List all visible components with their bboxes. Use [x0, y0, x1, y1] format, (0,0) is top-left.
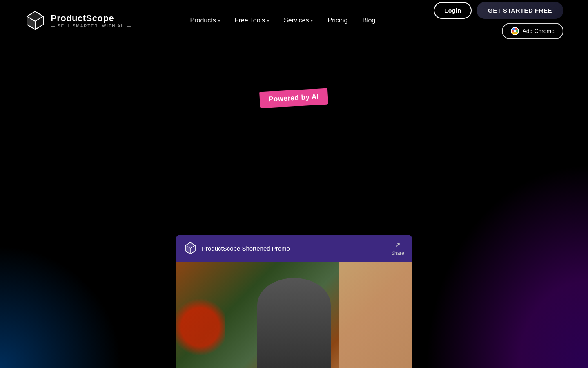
nav-pricing-label: Pricing [327, 17, 347, 24]
video-share-label: Share [391, 250, 404, 256]
nav-item-pricing[interactable]: Pricing [327, 17, 347, 24]
logo[interactable]: ProductScope — SELL SMARTER. WITH AI. — [24, 10, 132, 31]
logo-sub-text: — SELL SMARTER. WITH AI. — [51, 24, 132, 28]
login-button[interactable]: Login [434, 2, 472, 19]
get-started-button[interactable]: GET STARTED FREE [477, 2, 564, 19]
video-person [257, 278, 331, 368]
svg-point-9 [514, 30, 516, 32]
main-content: Powered by AI [0, 41, 588, 123]
nav-services-label: Services [284, 17, 309, 24]
video-thumbnail-background [176, 262, 412, 368]
nav-item-services[interactable]: Services ▾ [284, 17, 313, 24]
nav-actions: Login GET STARTED FREE Add Chrome [434, 2, 564, 39]
chevron-down-icon: ▾ [311, 18, 313, 23]
video-bg-window [339, 262, 412, 368]
chevron-down-icon: ▾ [267, 18, 269, 23]
nav-products-label: Products [190, 17, 216, 24]
add-chrome-label: Add Chrome [522, 28, 555, 34]
navbar: ProductScope — SELL SMARTER. WITH AI. — … [0, 0, 588, 41]
share-icon: ↗ [394, 240, 401, 249]
chrome-icon [511, 27, 519, 35]
nav-links: Products ▾ Free Tools ▾ Services ▾ Prici… [190, 17, 376, 24]
video-title: ProductScope Shortened Promo [202, 245, 290, 252]
bg-glow-right [425, 164, 588, 368]
chevron-down-icon: ▾ [218, 18, 220, 23]
nav-item-blog[interactable]: Blog [362, 17, 375, 24]
video-header-left: ProductScope Shortened Promo [184, 242, 290, 255]
video-header: ProductScope Shortened Promo ↗ Share [176, 235, 412, 262]
video-container: ProductScope Shortened Promo ↗ Share [176, 235, 412, 368]
nav-top-actions: Login GET STARTED FREE [434, 2, 564, 19]
nav-free-tools-label: Free Tools [235, 17, 265, 24]
nav-item-products[interactable]: Products ▾ [190, 17, 220, 24]
video-share-button[interactable]: ↗ Share [391, 240, 404, 256]
add-chrome-button[interactable]: Add Chrome [502, 23, 564, 39]
bg-glow-left [0, 245, 122, 368]
powered-by-badge: Powered by AI [260, 88, 329, 108]
video-thumbnail [176, 262, 412, 368]
video-bg-flowers [176, 286, 225, 368]
logo-icon [24, 10, 46, 31]
logo-text: ProductScope — SELL SMARTER. WITH AI. — [51, 13, 132, 28]
logo-main-text: ProductScope [51, 13, 132, 24]
nav-item-free-tools[interactable]: Free Tools ▾ [235, 17, 269, 24]
video-logo-small [184, 242, 197, 255]
nav-blog-label: Blog [362, 17, 375, 24]
